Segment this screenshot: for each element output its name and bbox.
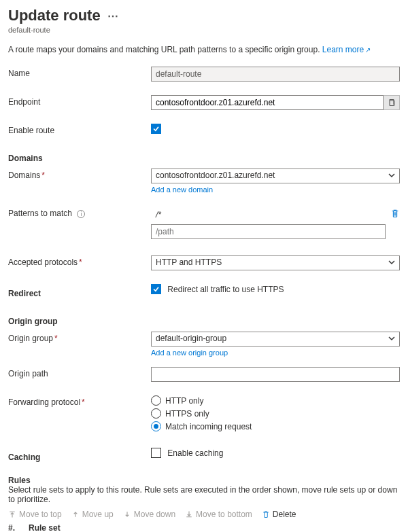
learn-more-link[interactable]: Learn more↗ bbox=[322, 45, 371, 54]
page-description: A route maps your domains and matching U… bbox=[8, 45, 400, 54]
move-to-top-button[interactable]: Move to top bbox=[8, 510, 62, 519]
patterns-label: Patterns to match i bbox=[8, 207, 151, 218]
domains-heading: Domains bbox=[8, 152, 151, 163]
endpoint-field bbox=[151, 95, 384, 110]
page-subtitle: default-route bbox=[8, 26, 400, 34]
origin-group-label: Origin group* bbox=[8, 332, 151, 343]
ruleset-col-header: Rule set bbox=[29, 523, 400, 532]
chevron-down-icon bbox=[388, 258, 395, 268]
external-link-icon: ↗ bbox=[365, 46, 371, 54]
move-down-button[interactable]: Move down bbox=[123, 510, 175, 519]
ruleset-col-number: #. bbox=[8, 523, 29, 532]
domains-label: Domains* bbox=[8, 169, 151, 180]
enable-caching-label: Enable caching bbox=[167, 448, 223, 458]
origin-path-label: Origin path bbox=[8, 367, 151, 378]
origin-group-select[interactable]: default-origin-group bbox=[151, 332, 400, 347]
origin-group-heading: Origin group bbox=[8, 315, 151, 326]
name-field bbox=[151, 67, 400, 82]
add-origin-group-link[interactable]: Add a new origin group bbox=[151, 349, 228, 357]
add-domain-link[interactable]: Add a new domain bbox=[151, 185, 213, 194]
redirect-label: Redirect all traffic to use HTTPS bbox=[167, 285, 284, 294]
chevron-down-icon bbox=[388, 334, 395, 344]
forwarding-match-incoming[interactable]: Match incoming request bbox=[151, 421, 400, 431]
enable-route-checkbox[interactable] bbox=[151, 124, 161, 134]
endpoint-label: Endpoint bbox=[8, 95, 151, 107]
redirect-heading: Redirect bbox=[8, 287, 151, 298]
forwarding-https-only[interactable]: HTTPS only bbox=[151, 408, 400, 419]
more-icon[interactable]: ⋯ bbox=[107, 10, 119, 22]
delete-pattern-button[interactable] bbox=[390, 209, 400, 220]
pattern-value: /* bbox=[151, 207, 386, 221]
forwarding-http-only[interactable]: HTTP only bbox=[151, 395, 400, 406]
copy-endpoint-button[interactable] bbox=[384, 95, 400, 110]
rules-toolbar: Move to top Move up Move down Move to bo… bbox=[8, 510, 400, 519]
forwarding-protocol-label: Forwarding protocol* bbox=[8, 395, 151, 407]
page-title: Update route bbox=[8, 7, 101, 24]
rules-heading: Rules bbox=[8, 476, 400, 485]
domains-select[interactable]: contosofrontdoor.z01.azurefd.net bbox=[151, 169, 400, 183]
chevron-down-icon bbox=[388, 171, 395, 181]
move-up-button[interactable]: Move up bbox=[71, 510, 114, 519]
enable-route-label: Enable route bbox=[8, 124, 151, 135]
accepted-protocols-label: Accepted protocols* bbox=[8, 255, 151, 267]
enable-caching-checkbox[interactable] bbox=[151, 448, 161, 458]
move-to-bottom-button[interactable]: Move to bottom bbox=[185, 510, 252, 519]
info-icon[interactable]: i bbox=[77, 210, 85, 218]
pattern-input[interactable] bbox=[151, 224, 386, 239]
redirect-checkbox[interactable] bbox=[151, 284, 161, 294]
origin-path-input[interactable] bbox=[151, 367, 400, 382]
name-label: Name bbox=[8, 67, 151, 78]
caching-heading: Caching bbox=[8, 450, 151, 462]
delete-rule-button[interactable]: Delete bbox=[262, 510, 296, 519]
accepted-protocols-select[interactable]: HTTP and HTTPS bbox=[151, 255, 400, 270]
rules-description: Select rule sets to apply to this route.… bbox=[8, 485, 400, 504]
